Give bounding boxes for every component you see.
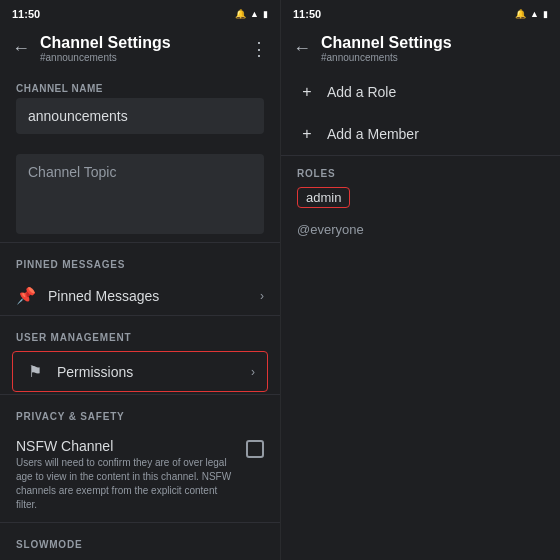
back-button-right[interactable]: ←	[293, 38, 311, 59]
status-bar-right: 11:50 🔔 ▲ ▮	[281, 0, 560, 26]
battery-icon-right: ▮	[543, 9, 548, 19]
right-header: ← Channel Settings #announcements	[281, 26, 560, 71]
nsfw-checkbox[interactable]	[246, 440, 264, 458]
nsfw-title: NSFW Channel	[16, 438, 236, 454]
permissions-icon: ⚑	[25, 362, 45, 381]
channel-name-label: Channel Name	[16, 83, 264, 94]
wifi-icon: ▲	[250, 9, 259, 19]
header-title-block-left: Channel Settings #announcements	[40, 34, 240, 63]
notification-icon: 🔔	[235, 9, 246, 19]
plus-icon-add-member: +	[297, 125, 317, 143]
add-member-label: Add a Member	[327, 126, 419, 142]
add-role-action[interactable]: + Add a Role	[281, 71, 560, 113]
pinned-messages-label: Pinned Messages	[48, 288, 248, 304]
back-button-left[interactable]: ←	[12, 38, 30, 59]
channel-topic-placeholder: Channel Topic	[28, 164, 116, 180]
status-bar-left: 11:50 🔔 ▲ ▮	[0, 0, 280, 26]
left-panel: 11:50 🔔 ▲ ▮ ← Channel Settings #announce…	[0, 0, 280, 560]
roles-title: ROLES	[297, 168, 544, 179]
header-title-block-right: Channel Settings #announcements	[321, 34, 548, 63]
slowmode-row: Slowmode Cooldown Slowmode is off	[0, 556, 280, 560]
slowmode-section-header: SLOWMODE	[0, 523, 280, 556]
status-time-right: 11:50	[293, 8, 321, 20]
channel-name-input[interactable]: announcements	[16, 98, 264, 134]
status-time-left: 11:50	[12, 8, 40, 20]
battery-icon: ▮	[263, 9, 268, 19]
pin-icon: 📌	[16, 286, 36, 305]
nsfw-text-block: NSFW Channel Users will need to confirm …	[16, 438, 236, 512]
add-role-label: Add a Role	[327, 84, 396, 100]
add-member-action[interactable]: + Add a Member	[281, 113, 560, 155]
channel-subtitle-left: #announcements	[40, 52, 240, 63]
status-icons-left: 🔔 ▲ ▮	[235, 9, 268, 19]
permissions-label: Permissions	[57, 364, 239, 380]
pinned-messages-section-header: PINNED MESSAGES	[0, 243, 280, 276]
chevron-right-icon: ›	[260, 289, 264, 303]
status-icons-right: 🔔 ▲ ▮	[515, 9, 548, 19]
user-management-section-header: USER MANAGEMENT	[0, 316, 280, 349]
left-content: Channel Name announcements Channel Topic…	[0, 71, 280, 560]
channel-topic-input[interactable]: Channel Topic	[16, 154, 264, 234]
notification-icon-right: 🔔	[515, 9, 526, 19]
right-panel: 11:50 🔔 ▲ ▮ ← Channel Settings #announce…	[280, 0, 560, 560]
right-content: + Add a Role + Add a Member ROLES admin …	[281, 71, 560, 560]
roles-section: ROLES admin @everyone	[281, 156, 560, 247]
nsfw-item: NSFW Channel Users will need to confirm …	[0, 428, 280, 522]
left-header: ← Channel Settings #announcements ⋮	[0, 26, 280, 71]
nsfw-desc: Users will need to confirm they are of o…	[16, 456, 236, 512]
chevron-right-permissions-icon: ›	[251, 365, 255, 379]
permissions-item[interactable]: ⚑ Permissions ›	[12, 351, 268, 392]
page-title-right: Channel Settings	[321, 34, 548, 52]
pinned-messages-item[interactable]: 📌 Pinned Messages ›	[0, 276, 280, 315]
role-admin-badge[interactable]: admin	[297, 187, 350, 208]
role-everyone-label[interactable]: @everyone	[297, 218, 544, 241]
channel-subtitle-right: #announcements	[321, 52, 548, 63]
plus-icon-add-role: +	[297, 83, 317, 101]
page-title-left: Channel Settings	[40, 34, 240, 52]
channel-topic-section: Channel Topic	[0, 142, 280, 242]
more-options-button[interactable]: ⋮	[250, 38, 268, 60]
privacy-section-header: PRIVACY & SAFETY	[0, 395, 280, 428]
channel-name-section: Channel Name announcements	[0, 71, 280, 142]
wifi-icon-right: ▲	[530, 9, 539, 19]
